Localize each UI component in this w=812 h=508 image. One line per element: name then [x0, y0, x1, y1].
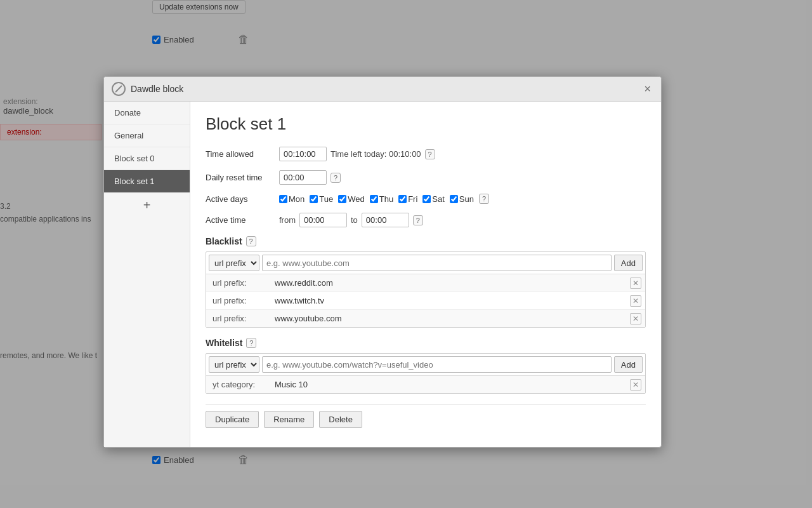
dawdle-icon [112, 82, 126, 96]
duplicate-button[interactable]: Duplicate [206, 411, 259, 428]
modal-titlebar: Dawdle block × [104, 77, 661, 102]
whitelist-prefix-select[interactable]: url prefix [209, 356, 259, 373]
whitelist-add-row: url prefix Add [206, 354, 645, 376]
sidebar-item-blockset1[interactable]: Block set 1 [104, 170, 190, 193]
blacklist-add-row: url prefix Add [206, 252, 645, 274]
modal-title: Dawdle block [131, 84, 636, 94]
delete-button[interactable]: Delete [319, 411, 362, 428]
modal-dialog: Dawdle block × Donate General Block set … [103, 76, 662, 448]
modal-close-button[interactable]: × [641, 83, 653, 95]
whitelist-help-button[interactable]: ? [246, 338, 256, 348]
day-sun-checkbox[interactable] [450, 195, 458, 203]
whitelist-title: Whitelist [206, 338, 242, 348]
blacklist-remove-twitch[interactable]: ✕ [626, 295, 645, 307]
time-allowed-help-button[interactable]: ? [425, 149, 435, 159]
day-sun-label: Sun [459, 194, 474, 204]
day-thu[interactable]: Thu [370, 194, 393, 204]
whitelist-item-music: yt category: Music 10 ✕ [206, 376, 645, 393]
footer-divider [206, 404, 646, 404]
blacklist-prefix-select[interactable]: url prefix [209, 255, 259, 271]
active-time-from-label: from [279, 215, 296, 225]
sidebar: Donate General Block set 0 Block set 1 + [104, 102, 190, 447]
block-set-title: Block set 1 [206, 114, 646, 134]
remove-music-icon[interactable]: ✕ [630, 379, 641, 391]
main-content: Block set 1 Time allowed Time left today… [190, 102, 661, 447]
day-fri-label: Fri [408, 194, 417, 204]
blacklist-table: url prefix Add url prefix: www.reddit.co… [206, 251, 646, 328]
rename-button[interactable]: Rename [264, 411, 314, 428]
active-time-row: Active time from to ? [206, 213, 646, 227]
daily-reset-help-button[interactable]: ? [331, 173, 341, 183]
day-tue-label: Tue [319, 194, 333, 204]
sidebar-item-general[interactable]: General [104, 124, 190, 147]
blacklist-help-button[interactable]: ? [246, 236, 256, 246]
day-sun[interactable]: Sun [450, 194, 474, 204]
remove-twitch-icon[interactable]: ✕ [630, 295, 641, 307]
blacklist-prefix-youtube: url prefix: [206, 310, 270, 327]
blacklist-item-reddit: url prefix: www.reddit.com ✕ [206, 274, 645, 292]
time-allowed-label: Time allowed [206, 149, 275, 159]
whitelist-header: Whitelist ? [206, 338, 646, 348]
day-tue-checkbox[interactable] [310, 195, 318, 203]
day-wed-checkbox[interactable] [338, 195, 346, 203]
active-time-to-label: to [351, 215, 358, 225]
active-days-row: Active days Mon Tue Wed [206, 194, 646, 204]
blacklist-header: Blacklist ? [206, 236, 646, 246]
blacklist-url-twitch: www.twitch.tv [270, 292, 626, 309]
day-tue[interactable]: Tue [310, 194, 333, 204]
blacklist-url-input[interactable] [262, 255, 612, 271]
blacklist-item-twitch: url prefix: www.twitch.tv ✕ [206, 292, 645, 310]
day-fri[interactable]: Fri [398, 194, 417, 204]
day-thu-checkbox[interactable] [370, 195, 378, 203]
blacklist-url-youtube: www.youtube.com [270, 310, 626, 327]
day-wed-label: Wed [348, 194, 365, 204]
modal-body: Donate General Block set 0 Block set 1 +… [104, 102, 661, 447]
active-time-to-input[interactable] [362, 213, 409, 227]
blacklist-prefix-reddit: url prefix: [206, 274, 270, 291]
days-checkboxes: Mon Tue Wed Thu [279, 194, 489, 204]
whitelist-url-music: Music 10 [270, 376, 626, 393]
day-sat-label: Sat [432, 194, 445, 204]
whitelist-remove-music[interactable]: ✕ [626, 379, 645, 391]
whitelist-prefix-music: yt category: [206, 376, 270, 393]
day-sat[interactable]: Sat [422, 194, 445, 204]
day-thu-label: Thu [379, 194, 393, 204]
blacklist-url-reddit: www.reddit.com [270, 274, 626, 291]
active-time-label: Active time [206, 215, 275, 225]
blacklist-item-youtube: url prefix: www.youtube.com ✕ [206, 310, 645, 327]
active-time-inputs: from to ? [279, 213, 423, 227]
blacklist-remove-reddit[interactable]: ✕ [626, 277, 645, 289]
day-sat-checkbox[interactable] [422, 195, 431, 203]
day-fri-checkbox[interactable] [398, 195, 407, 203]
blacklist-prefix-twitch: url prefix: [206, 292, 270, 309]
sidebar-item-blockset0[interactable]: Block set 0 [104, 147, 190, 170]
day-mon[interactable]: Mon [279, 194, 304, 204]
active-time-help-button[interactable]: ? [413, 215, 423, 225]
blacklist-remove-youtube[interactable]: ✕ [626, 313, 645, 324]
whitelist-url-input[interactable] [262, 356, 612, 373]
remove-reddit-icon[interactable]: ✕ [630, 277, 641, 289]
blacklist-title: Blacklist [206, 236, 242, 246]
day-mon-checkbox[interactable] [279, 195, 287, 203]
whitelist-add-button[interactable]: Add [614, 356, 643, 373]
active-time-from-input[interactable] [299, 213, 347, 227]
time-allowed-row: Time allowed Time left today: 00:10:00 ? [206, 147, 646, 161]
active-days-label: Active days [206, 194, 275, 204]
sidebar-item-donate[interactable]: Donate [104, 102, 190, 124]
blacklist-add-button[interactable]: Add [614, 255, 643, 271]
daily-reset-row: Daily reset time ? [206, 170, 646, 185]
active-days-help-button[interactable]: ? [479, 194, 489, 204]
time-allowed-input[interactable] [279, 147, 327, 161]
remove-youtube-icon[interactable]: ✕ [630, 313, 641, 324]
time-left-text: Time left today: 00:10:00 [331, 149, 421, 159]
whitelist-table: url prefix Add yt category: Music 10 ✕ [206, 353, 646, 394]
footer-buttons: Duplicate Rename Delete [206, 411, 646, 434]
daily-reset-input[interactable] [279, 170, 327, 185]
sidebar-add-button[interactable]: + [104, 193, 190, 218]
day-mon-label: Mon [289, 194, 304, 204]
day-wed[interactable]: Wed [338, 194, 365, 204]
daily-reset-label: Daily reset time [206, 173, 275, 182]
